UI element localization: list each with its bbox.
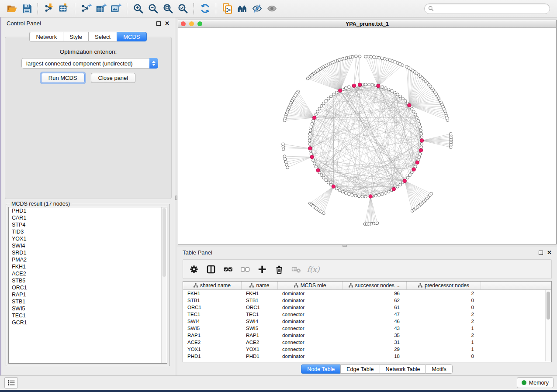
mcds-result-item[interactable]: CAR1 bbox=[9, 214, 167, 221]
show-all-icon[interactable] bbox=[264, 2, 279, 15]
cell-successor-nodes: 18 bbox=[343, 353, 407, 360]
mcds-result-item[interactable]: STP4 bbox=[9, 221, 167, 228]
mcds-result-item[interactable]: ACE2 bbox=[9, 270, 167, 277]
table-settings-icon[interactable] bbox=[187, 263, 201, 276]
refresh-icon[interactable] bbox=[197, 2, 212, 15]
mcds-result-item[interactable]: SWI5 bbox=[9, 305, 167, 312]
mcds-result-item[interactable]: GCR1 bbox=[9, 319, 167, 326]
mcds-result-item[interactable]: SWI4 bbox=[9, 242, 167, 249]
network-graph[interactable] bbox=[178, 28, 556, 244]
table-row[interactable]: YOX1YOX1connector291 bbox=[183, 346, 551, 353]
run-mcds-button[interactable]: Run MCDS bbox=[41, 73, 85, 83]
toolbar-separator bbox=[127, 3, 127, 14]
tab-node-table[interactable]: Node Table bbox=[301, 364, 340, 374]
table-row[interactable]: FKH1FKH1dominator962 bbox=[183, 290, 551, 297]
tab-network[interactable]: Network bbox=[29, 32, 63, 41]
mcds-result-list[interactable]: PHD1CAR1STP4TID3YOX1SWI4SRD1PMA2FKH1ACE2… bbox=[8, 207, 167, 364]
cell-predecessor-nodes: 2 bbox=[407, 332, 481, 339]
mcds-tab-content: Optimization criterion: largest connecte… bbox=[5, 37, 172, 199]
hide-selected-icon[interactable] bbox=[249, 2, 264, 15]
column-header-name[interactable]: name bbox=[242, 282, 278, 289]
show-columns-icon[interactable] bbox=[204, 263, 218, 276]
export-table-icon[interactable] bbox=[93, 2, 108, 15]
cell-name: YOX1 bbox=[242, 346, 278, 353]
column-header-successor-nodes[interactable]: successor nodes⌄ bbox=[343, 282, 407, 289]
new-network-from-selection-icon[interactable] bbox=[220, 2, 235, 15]
deselect-all-icon[interactable] bbox=[239, 263, 252, 276]
mcds-result-item[interactable]: PMA2 bbox=[9, 256, 167, 263]
optimization-criterion-select[interactable]: largest connected component (undirected) bbox=[21, 58, 158, 69]
tab-select[interactable]: Select bbox=[88, 32, 117, 41]
column-header-MCDS-role[interactable]: MCDS role bbox=[278, 282, 343, 289]
table-row[interactable]: PHD1PHD1dominator180 bbox=[183, 353, 551, 360]
table-row[interactable]: ORC1ORC1dominator610 bbox=[183, 304, 551, 311]
cell-name: ACE2 bbox=[242, 339, 278, 346]
close-panel-icon[interactable]: ✕ bbox=[547, 251, 552, 255]
mcds-result-group: MCDS result (17 nodes) PHD1CAR1STP4TID3Y… bbox=[6, 204, 170, 366]
memory-button[interactable]: Memory bbox=[517, 377, 554, 388]
select-stepper-icon bbox=[149, 58, 158, 69]
zoom-fit-icon[interactable] bbox=[160, 2, 175, 15]
table-row[interactable]: SWI4SWI4dominator462 bbox=[183, 318, 551, 325]
table-toolbar: f(x) bbox=[183, 259, 552, 279]
first-neighbors-icon[interactable] bbox=[235, 2, 249, 15]
zoom-out-icon[interactable] bbox=[145, 2, 160, 15]
search-icon bbox=[428, 6, 434, 11]
toolbar-separator bbox=[194, 3, 194, 14]
add-column-icon[interactable] bbox=[256, 263, 269, 276]
close-panel-button[interactable]: Close panel bbox=[91, 73, 136, 83]
import-network-icon[interactable] bbox=[42, 2, 56, 15]
close-panel-icon[interactable]: ✕ bbox=[165, 21, 170, 26]
mcds-result-item[interactable]: ORC1 bbox=[9, 284, 167, 291]
table-row[interactable]: TEC1TEC1connector472 bbox=[183, 311, 551, 318]
cell-successor-nodes: 46 bbox=[343, 318, 407, 325]
cell-successor-nodes: 96 bbox=[343, 290, 407, 297]
mcds-result-item[interactable]: YOX1 bbox=[9, 235, 167, 242]
table-scrollbar[interactable] bbox=[545, 290, 551, 361]
table-row[interactable]: SWI5SWI5connector431 bbox=[183, 325, 551, 332]
table-row[interactable]: RAP1RAP1dominator352 bbox=[183, 332, 551, 339]
cell-MCDS-role: dominator bbox=[278, 318, 343, 325]
network-window-titlebar[interactable]: YPA_prune.txt_1 bbox=[178, 20, 556, 28]
column-header-predecessor-nodes[interactable]: predecessor nodes bbox=[407, 282, 481, 289]
tab-mcds[interactable]: MCDS bbox=[117, 32, 146, 41]
scrollbar-thumb[interactable] bbox=[547, 292, 550, 320]
tab-network-table[interactable]: Network Table bbox=[380, 364, 426, 374]
panel-list-button[interactable] bbox=[4, 377, 18, 389]
tab-edge-table[interactable]: Edge Table bbox=[340, 364, 379, 374]
network-title: YPA_prune.txt_1 bbox=[178, 21, 556, 27]
network-canvas[interactable] bbox=[178, 28, 556, 244]
mcds-result-item[interactable]: PHD1 bbox=[9, 207, 167, 214]
search-box[interactable] bbox=[424, 3, 550, 14]
mcds-result-item[interactable]: STB5 bbox=[9, 277, 167, 284]
zoom-in-icon[interactable] bbox=[131, 2, 145, 15]
export-network-icon[interactable] bbox=[79, 2, 93, 15]
save-session-icon[interactable] bbox=[19, 2, 34, 15]
delete-column-icon[interactable] bbox=[273, 263, 286, 276]
zoom-selected-icon[interactable] bbox=[175, 2, 190, 15]
float-panel-icon[interactable] bbox=[539, 251, 543, 255]
delete-table-icon bbox=[290, 263, 303, 276]
float-panel-icon[interactable] bbox=[156, 21, 161, 26]
table-panel-title: Table Panel bbox=[183, 249, 212, 256]
mcds-result-item[interactable]: TID3 bbox=[9, 228, 167, 235]
column-header-shared-name[interactable]: shared name bbox=[183, 282, 242, 289]
workspace: YPA_prune.txt_1 Table Panel ✕ f(x) share… bbox=[177, 17, 557, 375]
cell-shared-name: FKH1 bbox=[183, 290, 242, 297]
mcds-result-item[interactable]: RAP1 bbox=[9, 291, 167, 298]
mcds-result-item[interactable]: STB1 bbox=[9, 298, 167, 305]
mcds-result-item[interactable]: FKH1 bbox=[9, 263, 167, 270]
mcds-result-item[interactable]: SRD1 bbox=[9, 249, 167, 256]
open-file-icon[interactable] bbox=[4, 2, 19, 15]
export-image-icon[interactable] bbox=[108, 2, 123, 15]
table-row[interactable]: ACE2ACE2connector311 bbox=[183, 339, 551, 346]
mcds-result-item[interactable]: TEC1 bbox=[9, 312, 167, 319]
desktop: Control Panel ✕ NetworkStyleSelectMCDS O… bbox=[0, 0, 557, 392]
search-input[interactable] bbox=[436, 6, 546, 12]
import-table-icon[interactable] bbox=[56, 2, 71, 15]
select-all-icon[interactable] bbox=[221, 263, 235, 276]
mcds-list-scrollbar[interactable] bbox=[161, 207, 167, 363]
tab-motifs[interactable]: Motifs bbox=[426, 364, 452, 374]
table-row[interactable]: STB1STB1dominator620 bbox=[183, 297, 551, 304]
tab-style[interactable]: Style bbox=[63, 32, 88, 41]
